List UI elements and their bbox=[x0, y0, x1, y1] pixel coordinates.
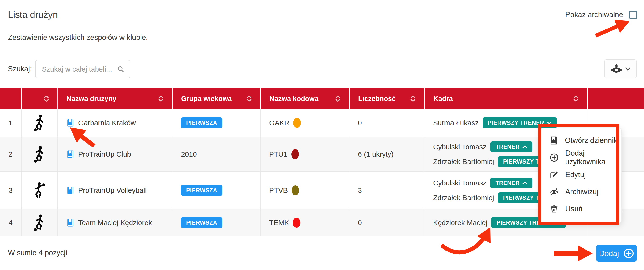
table-header-row: Nazwa drużyny Grupa wiekowa Nazwa kodowa… bbox=[0, 88, 644, 109]
code-name: GAKR bbox=[269, 119, 290, 127]
code-color-dot bbox=[292, 185, 299, 195]
code-name: PTU1 bbox=[269, 150, 288, 158]
header-label: Grupa wiekowa bbox=[181, 95, 232, 103]
journal-icon[interactable] bbox=[66, 186, 74, 194]
search-label: Szukaj: bbox=[8, 65, 32, 73]
soccer-player-icon bbox=[33, 146, 46, 163]
chevron-down-icon bbox=[625, 67, 630, 71]
plus-circle-icon bbox=[624, 248, 634, 259]
staff-name: Zdrzałek Bartłomiej bbox=[433, 194, 494, 202]
menu-item-label: Usuń bbox=[565, 205, 582, 213]
add-button[interactable]: Dodaj bbox=[596, 245, 637, 262]
header-label: Nazwa drużyny bbox=[66, 95, 116, 103]
staff-name: Zdrzałek Bartłomiej bbox=[433, 158, 494, 166]
search-icon bbox=[118, 66, 124, 72]
age-group-text: 2010 bbox=[172, 137, 260, 171]
code-name: TEMK bbox=[269, 219, 289, 227]
staff-entry: Cybulski Tomasz TRENER bbox=[433, 141, 532, 152]
header-cell-staff[interactable]: Kadra bbox=[424, 88, 587, 109]
teams-list-page: Lista drużyn Zestawienie wszystkich zesp… bbox=[0, 0, 644, 270]
row-index: 2 bbox=[0, 137, 21, 171]
show-archived-label: Pokaż archiwalne bbox=[565, 10, 623, 19]
header-cell-code-name[interactable]: Nazwa kodowa bbox=[260, 88, 349, 109]
menu-item-archive[interactable]: Archiwizuj bbox=[540, 183, 622, 200]
search-box bbox=[35, 60, 130, 78]
sort-icon[interactable] bbox=[43, 95, 49, 102]
team-name[interactable]: ProTrainUp Volleyball bbox=[78, 186, 146, 194]
header-label: Liczebność bbox=[358, 95, 396, 103]
team-size: 0 bbox=[349, 109, 424, 137]
header-cell-age-group[interactable]: Grupa wiekowa bbox=[172, 88, 260, 109]
team-size: 3 bbox=[349, 172, 424, 209]
team-size: 6 (1 ukryty) bbox=[349, 137, 424, 171]
sort-icon[interactable] bbox=[573, 95, 579, 102]
age-group-badge: PIERWSZA bbox=[181, 217, 222, 228]
header-cell-actions bbox=[587, 88, 644, 109]
journal-icon[interactable] bbox=[66, 150, 74, 158]
header-cell-size[interactable]: Liczebność bbox=[349, 88, 424, 109]
header-cell-sport[interactable] bbox=[21, 88, 57, 109]
sort-icon[interactable] bbox=[335, 95, 341, 102]
menu-item-add-user[interactable]: Dodaj użytkownika bbox=[540, 149, 622, 166]
search-input[interactable] bbox=[36, 65, 118, 73]
chevron-up-icon bbox=[522, 182, 527, 184]
export-box-icon bbox=[610, 64, 622, 74]
sort-icon[interactable] bbox=[158, 95, 164, 102]
staff-role-label: TRENER bbox=[496, 180, 520, 186]
header-label: Kadra bbox=[433, 95, 453, 103]
menu-item-label: Archiwizuj bbox=[565, 188, 598, 196]
menu-item-label: Dodaj użytkownika bbox=[565, 149, 619, 166]
staff-role-label: PIERWSZY TRENER bbox=[488, 120, 544, 126]
page-title: Lista drużyn bbox=[8, 9, 58, 20]
chevron-up-icon bbox=[522, 145, 527, 148]
staff-name: Kędziorek Maciej bbox=[433, 219, 487, 227]
sort-icon[interactable] bbox=[246, 95, 252, 102]
header-cell-index bbox=[0, 88, 21, 109]
menu-item-label: Edytuj bbox=[565, 170, 586, 179]
staff-role-badge[interactable]: PIERWSZY TRENER bbox=[482, 117, 557, 128]
journal-icon[interactable] bbox=[66, 119, 74, 127]
sort-icon[interactable] bbox=[410, 95, 416, 102]
trash-icon bbox=[550, 204, 558, 214]
team-name[interactable]: ProTrainUp Club bbox=[78, 150, 131, 158]
eye-slash-icon bbox=[550, 187, 558, 196]
staff-role-badge[interactable]: TRENER bbox=[490, 178, 533, 189]
code-color-dot bbox=[291, 149, 299, 159]
staff-entry: Cybulski Tomasz TRENER bbox=[433, 178, 532, 189]
team-name[interactable]: Garbarnia Kraków bbox=[78, 119, 136, 127]
code-color-dot bbox=[293, 218, 300, 228]
export-button[interactable] bbox=[604, 59, 637, 78]
team-name[interactable]: Team Maciej Kędziorek bbox=[78, 219, 152, 227]
menu-item-label: Otwórz dziennik bbox=[565, 136, 617, 145]
page-subtitle: Zestawienie wszystkich zespołów w klubie… bbox=[8, 33, 148, 42]
header-cell-team-name[interactable]: Nazwa drużyny bbox=[57, 88, 172, 109]
soccer-player-icon bbox=[33, 114, 46, 131]
age-group-badge: PIERWSZA bbox=[181, 117, 222, 128]
edit-icon bbox=[550, 170, 558, 179]
chevron-down-icon bbox=[547, 121, 552, 124]
menu-item-delete[interactable]: Usuń bbox=[540, 200, 622, 218]
total-count-label: W sumie 4 pozycji bbox=[8, 249, 67, 257]
staff-entry: Surma Łukasz PIERWSZY TRENER bbox=[433, 117, 557, 128]
code-color-dot bbox=[293, 118, 301, 128]
code-name: PTVB bbox=[269, 186, 288, 194]
staff-name: Surma Łukasz bbox=[433, 119, 479, 127]
menu-item-open-journal[interactable]: Otwórz dziennik bbox=[540, 132, 622, 149]
show-archived-checkbox[interactable] bbox=[629, 11, 637, 19]
staff-role-badge[interactable]: TRENER bbox=[490, 141, 533, 152]
header-divider bbox=[0, 51, 644, 51]
row-index: 3 bbox=[0, 172, 21, 209]
staff-name: Cybulski Tomasz bbox=[433, 143, 486, 151]
header-label: Nazwa kodowa bbox=[270, 95, 318, 103]
journal-icon[interactable] bbox=[66, 219, 74, 227]
row-index: 1 bbox=[0, 109, 21, 137]
journal-icon bbox=[550, 136, 558, 145]
staff-role-label: TRENER bbox=[496, 144, 520, 150]
age-group-badge: PIERWSZA bbox=[181, 185, 222, 196]
show-archived-toggle: Pokaż archiwalne bbox=[565, 10, 637, 19]
staff-name: Cybulski Tomasz bbox=[433, 179, 486, 187]
menu-item-edit[interactable]: Edytuj bbox=[540, 166, 622, 183]
team-size: 0 bbox=[349, 209, 424, 236]
row-index: 4 bbox=[0, 209, 21, 236]
add-button-label: Dodaj bbox=[599, 249, 619, 258]
